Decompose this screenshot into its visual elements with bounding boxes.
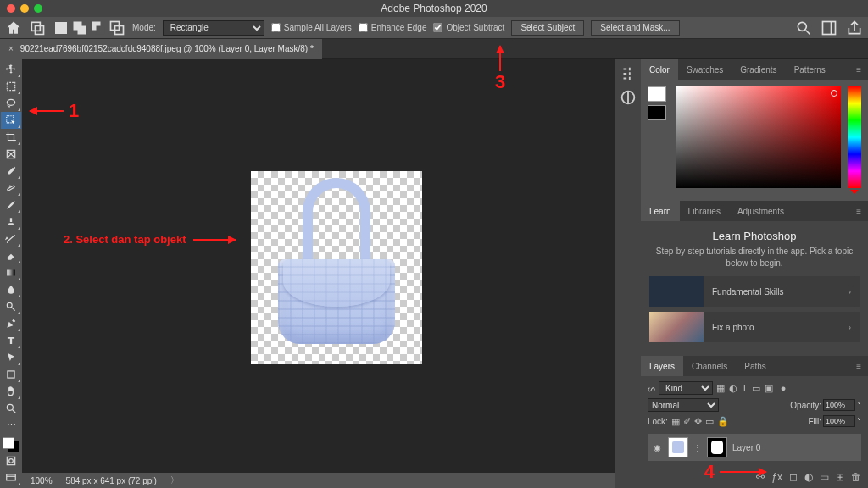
tab-paths[interactable]: Paths <box>736 356 775 376</box>
mode-select[interactable]: Rectangle <box>163 20 264 36</box>
blur-tool[interactable] <box>1 281 21 298</box>
background-color-chip[interactable] <box>648 105 666 120</box>
workspace-icon[interactable] <box>821 19 837 36</box>
hand-tool[interactable] <box>1 383 21 400</box>
object-subtract-checkbox[interactable]: Object Subtract <box>433 23 504 32</box>
edit-toolbar-icon[interactable]: ⋯ <box>1 417 21 434</box>
lasso-tool[interactable] <box>1 95 21 112</box>
eraser-tool[interactable] <box>1 247 21 264</box>
minimize-window-icon[interactable] <box>20 4 29 13</box>
new-selection-icon[interactable] <box>53 19 70 36</box>
learn-card-fixphoto[interactable]: Fix a photo › <box>649 312 860 342</box>
lock-pixels-icon[interactable]: ▦ <box>671 416 680 427</box>
fill-input[interactable] <box>823 415 855 427</box>
tab-swatches[interactable]: Swatches <box>678 59 732 80</box>
search-icon[interactable] <box>795 19 812 36</box>
layer-fx-icon[interactable]: ƒx <box>771 471 782 483</box>
group-icon[interactable]: ▭ <box>820 471 829 483</box>
color-field[interactable] <box>676 86 841 188</box>
zoom-window-icon[interactable] <box>34 4 42 13</box>
lock-brush-icon[interactable]: ✐ <box>683 416 691 427</box>
tool-current-icon[interactable] <box>29 19 46 36</box>
filter-kind-select[interactable]: Kind <box>659 381 713 395</box>
color-swatch-tool[interactable] <box>3 437 19 452</box>
tab-color[interactable]: Color <box>641 59 678 80</box>
zoom-tool[interactable] <box>1 400 21 417</box>
marquee-tool[interactable] <box>1 78 21 95</box>
layer-row[interactable]: ◉ ⋮ Layer 0 <box>648 434 861 461</box>
lock-position-icon[interactable]: ✥ <box>694 416 702 427</box>
intersect-selection-icon[interactable] <box>108 19 125 36</box>
tab-libraries[interactable]: Libraries <box>680 201 729 221</box>
tab-layers[interactable]: Layers <box>641 356 683 376</box>
home-icon[interactable] <box>5 19 22 36</box>
tab-patterns[interactable]: Patterns <box>786 59 834 80</box>
add-selection-icon[interactable] <box>71 19 88 36</box>
properties-panel-icon[interactable] <box>619 64 637 83</box>
path-selection-tool[interactable] <box>1 349 21 366</box>
delete-layer-icon[interactable]: 🗑 <box>851 471 861 483</box>
sample-all-layers-checkbox[interactable]: Sample All Layers <box>271 23 352 32</box>
lock-all-icon[interactable]: 🔒 <box>717 416 729 427</box>
canvas-area[interactable]: 100% 584 px x 641 px (72 ppi) 〉 <box>22 59 615 488</box>
document-tab[interactable]: × 90221ead7696bf02152cadcfdc94088f.jpeg … <box>0 39 322 59</box>
close-tab-icon[interactable]: × <box>8 44 14 53</box>
pen-tool[interactable] <box>1 315 21 332</box>
learn-card-fundamentals[interactable]: Fundamental Skills › <box>649 276 860 307</box>
history-brush-tool[interactable] <box>1 230 21 247</box>
filter-shape-icon[interactable]: ▭ <box>752 383 760 394</box>
add-mask-icon[interactable]: ◻ <box>789 471 798 483</box>
frame-tool[interactable] <box>1 146 21 163</box>
document-canvas[interactable] <box>251 171 422 364</box>
adjustment-layer-icon[interactable]: ◐ <box>804 471 813 483</box>
filter-toggle-icon[interactable]: ● <box>781 383 787 394</box>
blend-mode-select[interactable]: Normal <box>648 398 719 412</box>
filter-type-icon[interactable]: T <box>742 383 748 394</box>
gradient-tool[interactable] <box>1 264 21 281</box>
clone-stamp-tool[interactable] <box>1 214 21 230</box>
close-window-icon[interactable] <box>7 4 15 13</box>
crop-tool[interactable] <box>1 129 21 146</box>
dodge-tool[interactable] <box>1 298 21 315</box>
screen-mode-icon[interactable] <box>1 469 21 486</box>
layer-thumbnail[interactable] <box>668 437 688 458</box>
layer-name[interactable]: Layer 0 <box>732 443 760 452</box>
healing-brush-tool[interactable] <box>1 180 21 197</box>
tab-learn[interactable]: Learn <box>641 201 680 221</box>
tab-adjustments[interactable]: Adjustments <box>729 201 793 221</box>
new-layer-icon[interactable]: ⊞ <box>836 471 844 483</box>
filter-smart-icon[interactable]: ▣ <box>765 383 773 394</box>
mask-link-icon[interactable]: ⋮ <box>693 443 702 452</box>
eyedropper-tool[interactable] <box>1 163 21 180</box>
panel-menu-icon[interactable]: ≡ <box>849 65 868 75</box>
filter-adjust-icon[interactable]: ◐ <box>729 383 737 394</box>
color-chips[interactable] <box>648 86 670 194</box>
panel-menu-icon[interactable]: ≡ <box>849 362 868 371</box>
brush-tool[interactable] <box>1 197 21 214</box>
select-and-mask-button[interactable]: Select and Mask... <box>591 20 679 36</box>
enhance-edge-checkbox[interactable]: Enhance Edge <box>359 23 427 32</box>
chevron-down-icon[interactable]: ˅ <box>857 417 861 426</box>
link-layers-icon[interactable]: ⚯ <box>756 471 765 483</box>
tab-channels[interactable]: Channels <box>683 356 736 376</box>
zoom-level[interactable]: 100% <box>31 476 53 485</box>
subtract-selection-icon[interactable] <box>90 19 107 36</box>
share-icon[interactable] <box>846 19 863 36</box>
lock-artboard-icon[interactable]: ▭ <box>705 416 714 427</box>
hue-slider[interactable] <box>848 86 861 188</box>
visibility-toggle-icon[interactable]: ◉ <box>651 443 663 452</box>
layer-mask-thumbnail[interactable] <box>707 437 727 458</box>
object-selection-tool[interactable] <box>1 112 21 129</box>
type-tool[interactable] <box>1 332 21 349</box>
quick-mask-icon[interactable] <box>1 452 21 469</box>
select-subject-button[interactable]: Select Subject <box>511 20 584 36</box>
adjustments-panel-icon[interactable] <box>619 88 637 107</box>
shape-tool[interactable] <box>1 366 21 383</box>
foreground-color-chip[interactable] <box>648 86 666 102</box>
panel-menu-icon[interactable]: ≡ <box>849 207 868 216</box>
chevron-down-icon[interactable]: ˅ <box>857 401 861 410</box>
tab-gradients[interactable]: Gradients <box>732 59 785 80</box>
move-tool[interactable] <box>1 61 21 78</box>
status-caret-icon[interactable]: 〉 <box>170 474 179 486</box>
filter-pixel-icon[interactable]: ▦ <box>716 383 725 394</box>
